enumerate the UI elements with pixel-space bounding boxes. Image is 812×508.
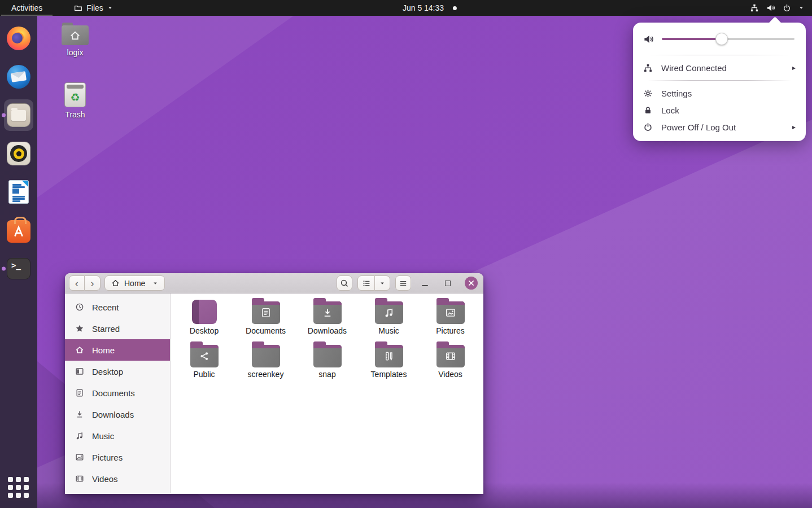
clock-button[interactable]: Jun 5 14:33 [403, 0, 457, 16]
folder-item-music[interactable]: Music [358, 297, 420, 340]
home-icon [75, 345, 84, 354]
sidebar-item-documents[interactable]: Documents [65, 382, 170, 404]
sidebar-item-videos[interactable]: Videos [65, 468, 170, 489]
templates-emblem-icon [383, 351, 395, 362]
thunderbird-icon [7, 65, 30, 89]
view-options-button[interactable] [375, 275, 390, 291]
dock-item-rhythmbox[interactable] [0, 134, 37, 173]
file-grid: Desktop Documents Downloads Music Pictur… [171, 294, 483, 493]
sidebar-item-music[interactable]: Music [65, 425, 170, 446]
view-toggle [357, 275, 390, 291]
sidebar-item-home[interactable]: Home [65, 339, 170, 361]
folder-item-videos[interactable]: Videos [420, 341, 481, 383]
menu-item-label: Lock [661, 106, 679, 115]
files-icon [7, 103, 30, 127]
document-icon [75, 388, 84, 397]
sidebar-item-downloads[interactable]: Downloads [65, 404, 170, 425]
dock-item-terminal[interactable]: >_ [0, 249, 37, 288]
folder-label: Desktop [190, 326, 219, 335]
menu-button[interactable] [395, 275, 411, 291]
folder-item-documents[interactable]: Documents [235, 297, 296, 340]
folder-item-templates[interactable]: Templates [358, 341, 420, 383]
hamburger-icon [399, 279, 408, 288]
desktop-icon-logix[interactable]: logix [56, 23, 94, 57]
menu-item-settings[interactable]: Settings [633, 85, 806, 102]
folder-icon [434, 341, 467, 367]
folder-label: snap [318, 370, 335, 379]
folder-icon [311, 297, 344, 324]
libreoffice-writer-icon [8, 180, 29, 204]
trash-icon: ♻ [64, 82, 86, 107]
folder-icon [373, 297, 405, 324]
desktop-icon-label: Trash [56, 110, 94, 119]
show-applications-button[interactable] [0, 468, 37, 507]
volume-slider[interactable] [662, 33, 794, 45]
sidebar-item-desktop[interactable]: Desktop [65, 361, 170, 382]
document-emblem-icon [260, 307, 272, 318]
terminal-icon: >_ [7, 258, 30, 279]
desktop-folder-icon [192, 300, 217, 324]
dock-item-libreoffice-writer[interactable] [0, 173, 37, 211]
maximize-button[interactable] [442, 277, 454, 290]
volume-fill [662, 38, 722, 40]
dock-item-firefox[interactable] [0, 19, 37, 58]
volume-row [633, 30, 806, 51]
share-emblem-icon [199, 351, 210, 362]
close-button[interactable] [465, 277, 478, 290]
film-icon [75, 474, 84, 483]
top-bar: Activities Files Jun 5 14:33 [0, 0, 812, 16]
window-controls [418, 277, 478, 290]
sidebar-item-recent[interactable]: Recent [65, 296, 170, 318]
folder-item-desktop[interactable]: Desktop [173, 297, 235, 340]
desktop-icon [75, 367, 84, 376]
system-tray[interactable] [746, 0, 807, 16]
sidebar-item-pictures[interactable]: Pictures [65, 446, 170, 468]
folder-item-pictures[interactable]: Pictures [420, 297, 481, 340]
sidebar-item-starred[interactable]: Starred [65, 318, 170, 339]
folder-label: Downloads [308, 326, 347, 335]
app-menu-label: Files [86, 3, 103, 12]
folder-item-screenkey[interactable]: screenkey [235, 341, 296, 383]
desktop-icon-trash[interactable]: ♻ Trash [56, 82, 94, 119]
folder-icon [74, 4, 82, 12]
activities-button[interactable]: Activities [1, 0, 53, 16]
menu-item-lock[interactable]: Lock [633, 102, 806, 119]
chevron-down-icon [107, 5, 113, 11]
network-wired-icon [643, 63, 653, 73]
forward-button[interactable]: › [85, 275, 101, 291]
list-view-button[interactable] [357, 275, 375, 291]
path-bar-button[interactable]: Home [104, 275, 165, 291]
minimize-button[interactable] [418, 277, 431, 290]
folder-label: Videos [438, 370, 462, 379]
dock-item-thunderbird[interactable] [0, 58, 37, 96]
folder-item-public[interactable]: Public [173, 341, 235, 383]
firefox-icon [7, 27, 30, 50]
recycle-glyph: ♻ [70, 92, 80, 103]
back-icon: ‹ [75, 277, 78, 290]
sidebar-item-label: Music [92, 431, 114, 441]
folder-item-downloads[interactable]: Downloads [296, 297, 358, 340]
menu-item-wired-connected[interactable]: Wired Connected ▸ [633, 59, 806, 76]
minimize-icon [422, 285, 428, 286]
app-menu-files[interactable]: Files [68, 0, 119, 16]
gear-icon [643, 89, 653, 98]
chevron-down-icon [152, 281, 158, 286]
folder-item-snap[interactable]: snap [296, 341, 358, 383]
menu-item-power-off-log-out[interactable]: Power Off / Log Out ▸ [633, 119, 806, 135]
picture-emblem-icon [445, 307, 456, 318]
back-button[interactable]: ‹ [69, 275, 85, 291]
picture-icon [75, 453, 84, 462]
volume-handle[interactable] [715, 33, 728, 45]
folder-label: Music [378, 326, 399, 335]
menu-item-label: Settings [661, 89, 692, 98]
power-icon [643, 122, 653, 132]
network-wired-icon [750, 3, 759, 12]
film-emblem-icon [445, 351, 456, 362]
clock-label: Jun 5 14:33 [403, 3, 444, 12]
home-icon [111, 279, 120, 287]
search-button[interactable] [337, 275, 352, 291]
close-icon [468, 280, 474, 286]
dock-item-ubuntu-software[interactable] [0, 211, 37, 249]
dock-item-files[interactable] [0, 96, 37, 134]
path-label: Home [124, 279, 145, 288]
